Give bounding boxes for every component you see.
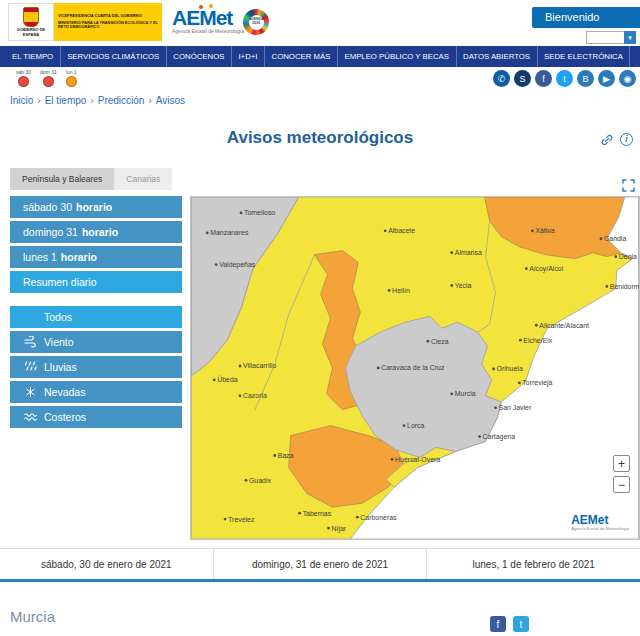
sinc-icon[interactable]: S [514, 70, 531, 87]
nav-item[interactable]: EMPLEO PÚBLICO Y BECAS [338, 46, 457, 67]
city-label: Níjar [331, 525, 346, 533]
social-icons: ✆SftB▶◉ [493, 70, 636, 87]
breadcrumb-link[interactable]: El tiempo [45, 95, 87, 106]
city-marker: Xàtiva [531, 227, 555, 234]
city-dot [478, 435, 481, 438]
city-dot [384, 229, 387, 232]
zoom-in-button[interactable]: + [613, 455, 630, 472]
page: GOBIERNO DE ESPAÑA VICEPRESIDENCIA CUART… [0, 0, 640, 636]
city-label: Torrevieja [522, 379, 552, 387]
city-dot [356, 516, 359, 519]
waves-icon [23, 411, 38, 423]
city-dot [388, 289, 391, 292]
date-tab-0[interactable]: sábado, 30 de enero de 2021 [0, 549, 214, 579]
gobierno-espana-logo[interactable]: GOBIERNO DE ESPAÑA VICEPRESIDENCIA CUART… [8, 3, 162, 41]
youtube-icon[interactable]: ▶ [598, 70, 615, 87]
sidebar-day-label: Resumen diario [23, 276, 97, 288]
city-marker: Albacete [384, 227, 416, 234]
city-label: Carboneras [360, 514, 397, 521]
sidebar-filter-nevadas[interactable]: Nevadas [10, 381, 182, 403]
permalink-icon[interactable] [600, 133, 614, 147]
city-dot [427, 340, 430, 343]
breadcrumb-link: Avisos [156, 95, 185, 106]
sidebar-filter-todos[interactable]: Todos [10, 306, 182, 328]
watermark-tagline: Agencia Estatal de Meteorología [571, 526, 629, 531]
city-dot [224, 518, 227, 521]
sidebar-day-suffix: horario [82, 226, 118, 238]
city-label: Valdepeñas [219, 261, 256, 269]
city-marker: Alicante/Alacant [535, 322, 589, 329]
sidebar-filter-label: Costeros [44, 411, 86, 423]
city-marker: Almansa [450, 249, 482, 256]
region-tab-pen-nsula-y-baleares[interactable]: Península y Baleares [10, 168, 114, 190]
region-tab-canarias[interactable]: Canarias [114, 168, 172, 190]
city-marker: Alcoy/Alcoi [525, 265, 564, 273]
warning-day-badge[interactable]: sáb 30 [16, 69, 31, 87]
warning-day-badge[interactable]: dom 31 [40, 69, 57, 87]
sidebar-day-button[interactable]: Resumen diario [10, 271, 182, 293]
city-dot [492, 368, 495, 371]
blog-icon[interactable]: B [577, 70, 594, 87]
sidebar-day-button[interactable]: sábado 30horario [10, 196, 182, 218]
sidebar-day-label: lunes 1 [23, 251, 57, 263]
mobile-app-icon[interactable]: ✆ [493, 70, 510, 87]
watermark-wordmark: AEMet [571, 514, 629, 526]
date-tab-1[interactable]: domingo, 31 de enero de 2021 [214, 549, 428, 579]
city-label: Yecla [455, 282, 472, 289]
language-select[interactable]: ▾ [586, 31, 636, 44]
city-marker: Cazorla [239, 392, 267, 399]
facebook-icon[interactable]: f [535, 70, 552, 87]
city-dot [525, 267, 528, 270]
warning-day-badge[interactable]: lun 1 [66, 69, 77, 87]
warning-map[interactable]: TomellosoManzanaresAlbaceteXàtivaGandiaV… [190, 196, 640, 540]
warning-day-label: sáb 30 [16, 69, 31, 75]
date-tab-2[interactable]: lunes, 1 de febrero de 2021 [427, 549, 640, 579]
city-label: Murcia [455, 390, 476, 397]
sidebar-filter-label: Nevadas [44, 386, 85, 398]
city-dot [519, 339, 522, 342]
ministry-line1: VICEPRESIDENCIA CUARTA DEL GOBIERNO [58, 14, 158, 19]
city-marker: Manzanares [206, 229, 249, 236]
city-marker: Huércal-Overa [391, 456, 441, 463]
warning-day-label: dom 31 [40, 69, 57, 75]
twitter-share-icon[interactable]: t [513, 616, 529, 632]
city-label: Huércal-Overa [395, 456, 440, 463]
nav-item[interactable]: I+D+I [232, 46, 265, 67]
breadcrumb-link[interactable]: Inicio [10, 95, 33, 106]
sidebar-filter-label: Viento [44, 336, 74, 348]
city-label: Cazorla [243, 392, 267, 399]
city-label: Alcoy/Alcoi [529, 265, 563, 273]
rain-icon [23, 361, 38, 373]
city-label: Úbeda [217, 375, 238, 383]
breadcrumb-link[interactable]: Predicción [98, 95, 145, 106]
warning-day-badges: sáb 30dom 31lun 1 [16, 69, 77, 87]
city-dot [213, 379, 216, 382]
sidebar-day-button[interactable]: domingo 31horario [10, 221, 182, 243]
sidebar-filter-lluvias[interactable]: Lluvias [10, 356, 182, 378]
sidebar-filter-label: Lluvias [44, 361, 77, 373]
nav-item[interactable]: DATOS ABIERTOS [457, 46, 538, 67]
nav-item[interactable]: SERVICIOS CLIMÁTICOS [61, 46, 167, 67]
facebook-share-icon[interactable]: f [490, 616, 506, 632]
sidebar-filter-viento[interactable]: Viento [10, 331, 182, 353]
city-label: San Javier [499, 404, 532, 411]
twitter-icon[interactable]: t [556, 70, 573, 87]
info-icon[interactable]: i [620, 133, 633, 146]
sidebar-day-button[interactable]: lunes 1horario [10, 246, 182, 268]
city-label: Guadix [249, 477, 272, 484]
zoom-out-button[interactable]: − [613, 476, 630, 493]
city-dot [614, 255, 617, 258]
ministry-line2: MINISTERIO PARA LA TRANSICIÓN ECOLÓGICA … [58, 21, 158, 30]
city-label: Elche/Elx [523, 337, 552, 344]
breadcrumb-separator: › [37, 95, 40, 106]
warning-day-label: lun 1 [66, 69, 77, 75]
expand-map-icon[interactable] [622, 178, 635, 191]
instagram-icon[interactable]: ◉ [619, 70, 636, 87]
sidebar-filter-costeros[interactable]: Costeros [10, 406, 182, 428]
page-title: Avisos meteorológicos [0, 128, 640, 148]
aemet-logo[interactable]: AEMet Agencia Estatal de Meteorología [172, 7, 244, 34]
nav-item[interactable]: EL TIEMPO [0, 46, 61, 67]
nav-item[interactable]: CONOCER MÁS [265, 46, 338, 67]
nav-item[interactable]: SEDE ELECTRÓNICA [538, 46, 631, 67]
nav-item[interactable]: CONÓCENOS [167, 46, 232, 67]
